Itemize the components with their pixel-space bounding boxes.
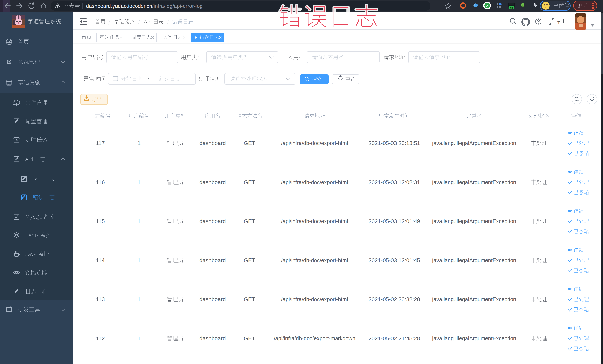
svg-text:on: on xyxy=(510,7,513,9)
